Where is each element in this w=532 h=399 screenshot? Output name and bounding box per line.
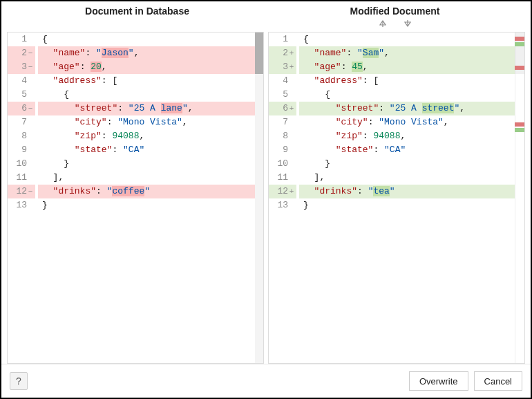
help-icon: ? (16, 375, 21, 387)
header-row: Document in Database Modified Document (1, 1, 531, 18)
gutter-line: 13 (8, 198, 35, 212)
left-editor[interactable]: 1 2−3−4 5 6−7 8 9 10 11 12−13 { "name": … (7, 32, 264, 364)
gutter-line: 7 (8, 115, 35, 129)
gutter-line: 5 (269, 88, 296, 102)
code-line: "state": "CA" (38, 143, 263, 157)
code-line: "zip": 94088, (299, 129, 524, 143)
code-line: ], (299, 171, 524, 185)
code-line: "street": "25 A lane", (38, 102, 263, 115)
code-line: } (38, 198, 263, 212)
footer: ? Overwrite Cancel (1, 364, 531, 398)
code-line: "name": "Jason", (38, 46, 263, 60)
code-line: } (299, 198, 524, 212)
code-line: "street": "25 A street", (299, 102, 524, 115)
code-line: { (299, 33, 524, 46)
cancel-button[interactable]: Cancel (474, 371, 522, 391)
right-code: { "name": "Sam", "age": 45, "address": [… (299, 33, 524, 363)
code-line: ], (38, 171, 263, 185)
diff-editor-container: 1 2−3−4 5 6−7 8 9 10 11 12−13 { "name": … (1, 32, 531, 364)
diff-nav-row (1, 18, 531, 32)
code-line: "drinks": "tea" (299, 185, 524, 198)
code-line: } (38, 157, 263, 171)
gutter-line: 1 (269, 33, 296, 46)
right-editor[interactable]: 1 2+3+4 5 6+7 8 9 10 11 12+13 { "name": … (268, 32, 525, 364)
gutter-line: 2− (8, 46, 35, 60)
gutter-line: 4 (8, 74, 35, 88)
gutter-line: 2+ (269, 46, 296, 60)
code-line: "address": [ (38, 74, 263, 88)
left-scroll-thumb[interactable] (255, 33, 263, 74)
gutter-line: 5 (8, 88, 35, 102)
code-line: "state": "CA" (299, 143, 524, 157)
code-line: "zip": 94088, (38, 129, 263, 143)
help-button[interactable]: ? (10, 372, 28, 390)
gutter-line: 3+ (269, 60, 296, 74)
overwrite-button[interactable]: Overwrite (409, 371, 468, 391)
minimap-marker (515, 66, 524, 70)
gutter-line: 12+ (269, 185, 296, 198)
minimap-marker (515, 128, 524, 132)
left-code: { "name": "Jason", "age": 20, "address":… (38, 33, 263, 363)
gutter-line: 4 (269, 74, 296, 88)
arrow-down-icon[interactable] (402, 18, 413, 29)
gutter-line: 8 (269, 129, 296, 143)
gutter-line: 10 (8, 157, 35, 171)
gutter-line: 11 (8, 171, 35, 185)
code-line: "age": 45, (299, 60, 524, 74)
code-line: } (299, 157, 524, 171)
gutter-line: 6+ (269, 102, 296, 115)
left-gutter: 1 2−3−4 5 6−7 8 9 10 11 12−13 (8, 33, 38, 363)
gutter-line: 9 (8, 143, 35, 157)
gutter-line: 1 (8, 33, 35, 46)
minimap-marker (515, 42, 524, 46)
gutter-line: 6− (8, 102, 35, 115)
right-minimap[interactable] (515, 33, 524, 363)
gutter-line: 9 (269, 143, 296, 157)
right-gutter: 1 2+3+4 5 6+7 8 9 10 11 12+13 (269, 33, 299, 363)
gutter-line: 7 (269, 115, 296, 129)
code-line: "city": "Mono Vista", (38, 115, 263, 129)
arrow-up-icon[interactable] (377, 18, 388, 29)
code-line: "age": 20, (38, 60, 263, 74)
code-line: "drinks": "coffee" (38, 185, 263, 198)
code-line: "city": "Mono Vista", (299, 115, 524, 129)
code-line: { (38, 33, 263, 46)
left-scrollbar[interactable] (255, 33, 263, 363)
gutter-line: 13 (269, 198, 296, 212)
gutter-line: 11 (269, 171, 296, 185)
code-line: "address": [ (299, 74, 524, 88)
right-pane-title: Modified Document (266, 6, 524, 17)
minimap-marker (515, 37, 524, 41)
gutter-line: 3− (8, 60, 35, 74)
gutter-line: 10 (269, 157, 296, 171)
gutter-line: 12− (8, 185, 35, 198)
gutter-line: 8 (8, 129, 35, 143)
minimap-marker (515, 122, 524, 127)
code-line: { (38, 88, 263, 102)
code-line: { (299, 88, 524, 102)
left-pane-title: Document in Database (8, 6, 266, 17)
code-line: "name": "Sam", (299, 46, 524, 60)
